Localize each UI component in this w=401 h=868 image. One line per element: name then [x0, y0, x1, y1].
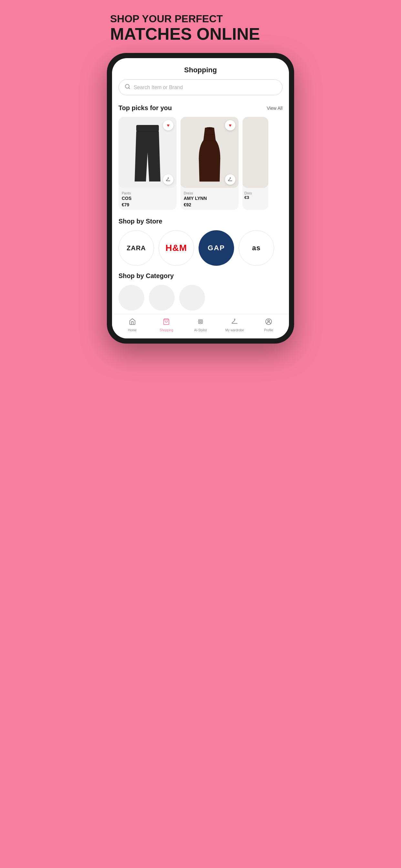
nav-wardrobe-label: My wardrobe [225, 329, 244, 332]
svg-point-12 [268, 320, 270, 322]
nav-wardrobe[interactable]: My wardrobe [218, 318, 252, 332]
phone-screen: Shopping Search Item or Brand Top picks … [112, 58, 289, 338]
shop-by-store-title: Shop by Store [119, 218, 162, 225]
svg-line-1 [128, 88, 129, 89]
product-card-partial: Dres €3 [243, 117, 268, 210]
svg-point-6 [230, 178, 230, 178]
nav-home-label: Home [128, 329, 136, 332]
nav-shopping-label: Shopping [159, 329, 173, 332]
search-placeholder-text: Search Item or Brand [134, 85, 183, 90]
asos-logo: as [252, 244, 260, 252]
products-scroll: ♥ Pants COS €79 [112, 117, 289, 215]
hero-title: MATCHES ONLINE [110, 25, 291, 43]
phone-frame: Shopping Search Item or Brand Top picks … [107, 53, 294, 344]
zara-logo: ZARA [127, 244, 146, 252]
hero-section: SHOP YOUR PERFECT MATCHES ONLINE [107, 13, 294, 53]
partial-image [243, 117, 268, 188]
store-zara[interactable]: ZARA [119, 230, 154, 266]
nav-profile[interactable]: Profile [251, 318, 286, 332]
svg-point-5 [209, 128, 211, 129]
product-category-pants: Pants [122, 191, 174, 195]
product-card-pants: ♥ Pants COS €79 [119, 117, 177, 210]
category-circle-1 [119, 285, 144, 311]
product-brand-dress: AMY LYNN [184, 196, 235, 201]
store-gap[interactable]: GAP [198, 230, 234, 266]
product-image-dress: ♥ [181, 117, 239, 188]
heart-button-dress[interactable]: ♥ [225, 120, 235, 130]
nav-ai-stylist-label: AI-Stylist [194, 329, 207, 332]
shop-by-store-header: Shop by Store [112, 215, 289, 230]
product-price-pants: €79 [122, 202, 174, 207]
shop-by-category-title: Shop by Category [119, 272, 282, 280]
stores-scroll: ZARA H&M GAP as [112, 230, 289, 272]
screen-content: Shopping Search Item or Brand Top picks … [112, 58, 289, 314]
product-price-dress: €92 [184, 202, 235, 207]
pants-svg [131, 123, 164, 182]
svg-point-9 [198, 320, 203, 324]
profile-icon [265, 318, 272, 327]
product-brand-pants: COS [122, 196, 174, 201]
view-all-button[interactable]: View All [267, 105, 282, 111]
search-icon [125, 84, 130, 91]
product-image-pants: ♥ [119, 117, 177, 188]
product-info-pants: Pants COS €79 [119, 188, 177, 210]
category-item-3[interactable] [179, 285, 205, 311]
dress-svg [195, 122, 224, 183]
category-circle-3 [179, 285, 205, 311]
svg-point-8 [199, 321, 202, 322]
search-container: Search Item or Brand [112, 80, 289, 102]
search-bar[interactable]: Search Item or Brand [119, 80, 282, 95]
category-circles [119, 285, 282, 311]
category-item-2[interactable] [149, 285, 175, 311]
top-picks-header: Top picks for you View All [112, 102, 289, 117]
app-title: Shopping [184, 66, 217, 74]
nav-profile-label: Profile [264, 329, 273, 332]
top-picks-title: Top picks for you [119, 104, 172, 112]
store-hm[interactable]: H&M [158, 230, 194, 266]
ai-stylist-icon [197, 318, 204, 327]
shopping-icon [163, 318, 170, 327]
category-circle-2 [149, 285, 175, 311]
product-category-dress: Dress [184, 191, 235, 195]
svg-point-4 [168, 178, 168, 178]
nav-shopping[interactable]: Shopping [150, 318, 184, 332]
partial-price: €3 [244, 195, 266, 200]
hero-subtitle: SHOP YOUR PERFECT [110, 13, 291, 25]
category-item-1[interactable] [119, 285, 144, 311]
product-info-dress: Dress AMY LYNN €92 [181, 188, 239, 210]
heart-button-pants[interactable]: ♥ [163, 120, 174, 130]
nav-home[interactable]: Home [115, 318, 150, 332]
hanger-button-dress[interactable] [225, 175, 235, 185]
store-asos[interactable]: as [239, 230, 274, 266]
gap-logo: GAP [208, 244, 225, 252]
svg-rect-2 [136, 125, 159, 131]
hm-logo: H&M [166, 243, 187, 253]
product-card-dress: ♥ Dress AMY LYNN €92 [181, 117, 239, 210]
wardrobe-icon [231, 318, 238, 327]
shop-by-category-section: Shop by Category [112, 272, 289, 314]
bottom-nav: Home Shopping [112, 314, 289, 338]
home-icon [129, 318, 136, 327]
nav-ai-stylist[interactable]: AI-Stylist [183, 318, 218, 332]
partial-category: Dres [244, 191, 266, 195]
partial-info: Dres €3 [243, 188, 268, 203]
svg-point-10 [235, 319, 235, 320]
app-header: Shopping [112, 58, 289, 80]
hanger-button-pants[interactable] [163, 175, 174, 185]
